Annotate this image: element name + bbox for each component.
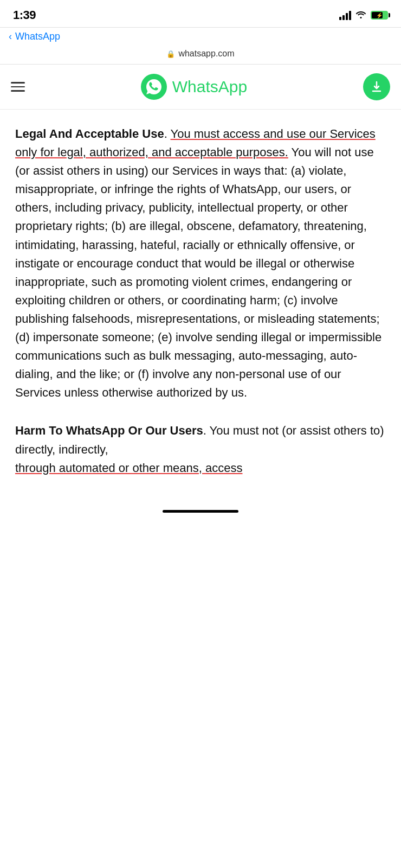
whatsapp-logo[interactable]: WhatsApp [141, 74, 247, 100]
browser-bar: ‹ WhatsApp 🔒 whatsapp.com [0, 27, 401, 65]
hamburger-menu-button[interactable] [11, 82, 25, 92]
lock-icon: 🔒 [166, 50, 175, 58]
back-bar[interactable]: ‹ WhatsApp [0, 28, 401, 46]
status-time: 1:39 [13, 8, 36, 22]
hamburger-line-1 [11, 82, 25, 84]
back-chevron-icon: ‹ [9, 31, 12, 42]
main-content: Legal And Acceptable Use. You must acces… [0, 110, 401, 499]
section1-text: Legal And Acceptable Use. You must acces… [15, 125, 386, 402]
status-icons: ⚡ [339, 10, 388, 21]
section1-title: Legal And Acceptable Use [15, 127, 164, 141]
whatsapp-nav-title: WhatsApp [172, 78, 247, 96]
section2-body-extra: through automated or other means, access [15, 461, 242, 475]
signal-icon [339, 10, 351, 20]
battery-icon: ⚡ [371, 11, 388, 20]
hamburger-line-3 [11, 90, 25, 92]
url-bar[interactable]: 🔒 whatsapp.com [0, 46, 401, 64]
section2-title: Harm To WhatsApp Or Our Users [15, 424, 203, 437]
section2-text: Harm To WhatsApp Or Our Users. You must … [15, 422, 386, 477]
wifi-icon [355, 10, 366, 21]
section1-body: You will not use (or assist others in us… [15, 145, 381, 399]
back-label[interactable]: WhatsApp [15, 31, 60, 42]
download-icon [370, 80, 383, 93]
whatsapp-logo-icon [141, 74, 167, 100]
nav-header: WhatsApp [0, 65, 401, 110]
url-text: whatsapp.com [178, 49, 234, 59]
status-bar: 1:39 ⚡ [0, 0, 401, 27]
hamburger-line-2 [11, 86, 25, 88]
download-button[interactable] [363, 73, 390, 100]
scroll-indicator [163, 510, 238, 513]
